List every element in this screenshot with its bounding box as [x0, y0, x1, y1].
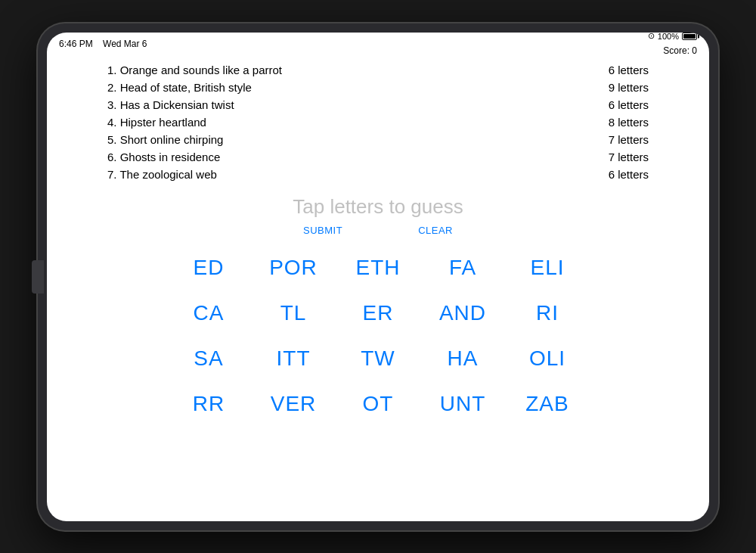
- status-date: Wed Mar 6: [103, 39, 147, 49]
- tap-hint: Tap letters to guess: [107, 195, 649, 219]
- tile-por[interactable]: POR: [251, 250, 336, 286]
- tile-itt[interactable]: ITT: [251, 340, 336, 377]
- tile-ver[interactable]: VER: [251, 386, 336, 422]
- status-icons: ⊙ 100%: [648, 33, 697, 42]
- status-time-date: 6:46 PM Wed Mar 6: [59, 39, 147, 49]
- submit-button[interactable]: SUBMIT: [303, 225, 342, 236]
- tile-tw[interactable]: TW: [336, 340, 420, 377]
- device-screen: 6:46 PM Wed Mar 6 ⊙ 100% Score: 0 1. Ora…: [47, 33, 709, 521]
- battery-icon: [682, 33, 697, 40]
- battery-percent: 100%: [658, 33, 679, 41]
- clue-row: 1. Orange and sounds like a parrot 6 let…: [107, 61, 649, 79]
- clue-2-text: 2. Head of state, British style: [107, 81, 252, 94]
- clue-6-text: 6. Ghosts in residence: [107, 151, 220, 163]
- tile-er[interactable]: ER: [336, 295, 420, 331]
- tile-sa[interactable]: SA: [166, 340, 251, 377]
- tile-eth[interactable]: ETH: [336, 250, 420, 286]
- tile-tl[interactable]: TL: [251, 295, 336, 331]
- clue-3-text: 3. Has a Dickensian twist: [107, 98, 234, 111]
- clue-7-text: 7. The zoological web: [107, 168, 217, 181]
- tile-zab[interactable]: ZAB: [505, 386, 590, 422]
- clue-1-letters: 6 letters: [609, 64, 649, 76]
- tile-rr[interactable]: RR: [166, 386, 251, 422]
- clues-section: 1. Orange and sounds like a parrot 6 let…: [107, 61, 649, 183]
- tile-ri[interactable]: RI: [505, 295, 590, 331]
- tiles-grid: ED POR ETH FA ELI CA TL ER AND RI SA ITT…: [166, 250, 590, 422]
- clue-row: 6. Ghosts in residence 7 letters: [107, 148, 649, 166]
- tile-ha[interactable]: HA: [420, 340, 505, 377]
- tile-unt[interactable]: UNT: [420, 386, 505, 422]
- clue-5-letters: 7 letters: [609, 133, 649, 146]
- tile-fa[interactable]: FA: [420, 250, 505, 286]
- home-button[interactable]: [32, 260, 44, 294]
- tile-ed[interactable]: ED: [166, 250, 251, 286]
- status-bar: 6:46 PM Wed Mar 6 ⊙ 100% Score: 0: [47, 33, 709, 54]
- clue-6-letters: 7 letters: [609, 151, 649, 163]
- clue-2-letters: 9 letters: [609, 81, 649, 94]
- clue-7-letters: 6 letters: [609, 168, 649, 181]
- clue-3-letters: 6 letters: [609, 98, 649, 111]
- main-content: 1. Orange and sounds like a parrot 6 let…: [47, 54, 709, 521]
- clue-row: 2. Head of state, British style 9 letter…: [107, 79, 649, 96]
- tile-ot[interactable]: OT: [336, 386, 420, 422]
- clue-row: 7. The zoological web 6 letters: [107, 166, 649, 183]
- tile-oli[interactable]: OLI: [505, 340, 590, 377]
- clue-5-text: 5. Short online chirping: [107, 133, 223, 146]
- clue-row: 3. Has a Dickensian twist 6 letters: [107, 96, 649, 113]
- clue-4-text: 4. Hipster heartland: [107, 116, 206, 129]
- tile-ca[interactable]: CA: [166, 295, 251, 331]
- tile-and[interactable]: AND: [420, 295, 505, 331]
- status-right-group: ⊙ 100% Score: 0: [648, 33, 697, 57]
- status-time: 6:46 PM: [59, 39, 93, 49]
- tile-eli[interactable]: ELI: [505, 250, 590, 286]
- clue-1-text: 1. Orange and sounds like a parrot: [107, 64, 282, 76]
- clue-row: 5. Short online chirping 7 letters: [107, 131, 649, 148]
- clue-4-letters: 8 letters: [609, 116, 649, 129]
- tablet-device: 6:46 PM Wed Mar 6 ⊙ 100% Score: 0 1. Ora…: [38, 23, 718, 530]
- action-buttons: SUBMIT CLEAR: [107, 225, 649, 236]
- wifi-icon: ⊙: [648, 33, 655, 42]
- clue-row: 4. Hipster heartland 8 letters: [107, 113, 649, 131]
- guess-area: Tap letters to guess SUBMIT CLEAR: [107, 195, 649, 248]
- clear-button[interactable]: CLEAR: [418, 225, 453, 236]
